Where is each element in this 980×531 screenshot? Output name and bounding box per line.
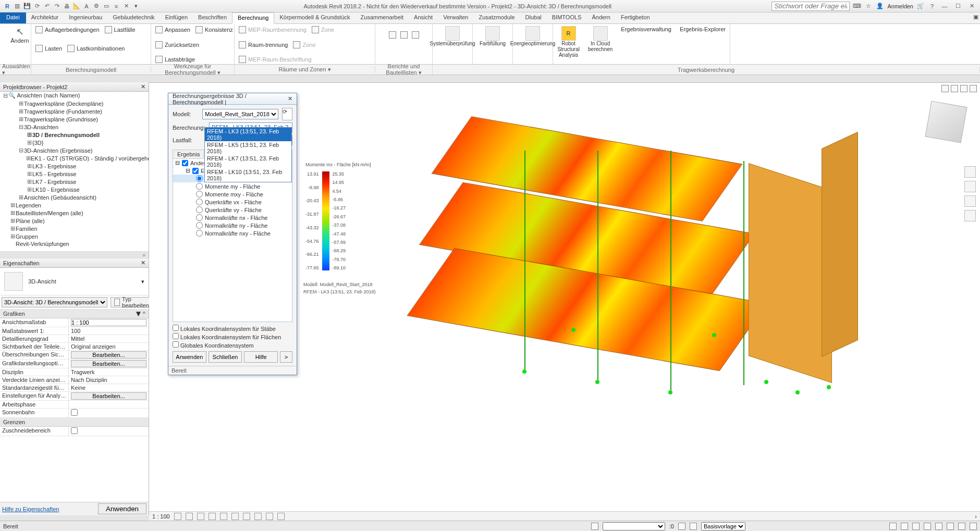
dialog-close-button[interactable]: ✕ xyxy=(288,95,292,102)
dialog-close-btn[interactable]: Schließen xyxy=(209,351,242,363)
sb-icon[interactable] xyxy=(889,523,897,530)
result-option[interactable]: Momente mxy - Fläche xyxy=(173,190,292,198)
color-fill[interactable]: Farbfüllung xyxy=(477,26,508,46)
report-icon[interactable] xyxy=(389,31,396,39)
result-option[interactable]: Momente my - Fläche xyxy=(173,182,292,190)
dropdown-option[interactable]: RFEM - LK10 (13:51, 23. Feb 2018) xyxy=(205,168,291,182)
qat-close-hidden[interactable]: ✕ xyxy=(122,2,130,10)
sb-icon[interactable] xyxy=(935,523,942,530)
reset[interactable]: Zurücksetzen xyxy=(155,41,199,48)
qat-switch[interactable]: ▭ xyxy=(102,2,111,10)
help-search[interactable] xyxy=(771,2,850,11)
tree-item[interactable]: ⊞Bauteillisten/Mengen (alle) xyxy=(0,209,149,217)
loads[interactable]: Lasten xyxy=(35,45,62,52)
sb-icon[interactable] xyxy=(947,523,954,530)
tree-item[interactable]: ⊞LK10 - Ergebnisse xyxy=(0,186,149,193)
property-row[interactable]: Verdeckte Linien anzeigenNach Disziplin xyxy=(0,376,149,384)
tree-item[interactable]: ⊞Pläne (alle) xyxy=(0,217,149,225)
result-tab[interactable]: Ergebnis xyxy=(173,150,204,159)
list-icon[interactable] xyxy=(412,31,419,39)
vp-icon[interactable] xyxy=(951,85,958,92)
qat-thin[interactable]: ≡ xyxy=(112,2,120,10)
qat-redo[interactable]: ↷ xyxy=(53,2,61,10)
tree-item[interactable]: ⊞Gruppen xyxy=(0,232,149,240)
load-cases[interactable]: Lastfälle xyxy=(105,26,136,33)
tree-item[interactable]: ⊞{3D} xyxy=(0,139,149,146)
tab-bimtools[interactable]: BIMTOOLS xyxy=(547,13,587,23)
property-row[interactable]: Einstellungen für Analysea...Bearbeiten.… xyxy=(0,392,149,401)
room-sep[interactable]: Raum-trennung xyxy=(239,41,288,48)
support-conditions[interactable]: Auflagerbedingungen xyxy=(35,26,100,33)
close-icon[interactable]: ✕ xyxy=(141,260,145,266)
cloud-calc[interactable]: In Cloud berechnen xyxy=(588,26,612,52)
tree-item[interactable]: ⊞Ansichten (Gebäudeansicht) xyxy=(0,193,149,201)
results-explorer[interactable]: Ergebnis-Explorer xyxy=(680,26,726,32)
vb-icon[interactable] xyxy=(266,513,273,520)
qat-text[interactable]: A xyxy=(82,2,91,10)
sb-icon[interactable] xyxy=(970,523,977,530)
tree-item[interactable]: ⊟3D-Ansichten (Ergebnisse) xyxy=(0,146,149,154)
coord-check[interactable]: Lokales Koordinatensystem für Stäbe xyxy=(173,324,292,332)
tree-item[interactable]: ⊞Tragwerkspläne (Grundrisse) xyxy=(0,115,149,123)
properties-help-link[interactable]: Hilfe zu Eigenschaften xyxy=(2,506,59,512)
scale-display[interactable]: 1 : 100 xyxy=(152,513,170,520)
vb-icon[interactable] xyxy=(220,513,227,520)
property-row[interactable]: Arbeitsphase xyxy=(0,401,149,409)
qat-dropdown[interactable]: ▾ xyxy=(132,2,140,10)
vp-icon[interactable] xyxy=(960,85,967,92)
sb-select[interactable] xyxy=(603,522,665,530)
tree-item[interactable]: Revit-Verknüpfungen xyxy=(0,240,149,248)
consistency[interactable]: Konsistenz xyxy=(195,26,233,33)
tree-item[interactable]: ⊞Familien xyxy=(0,225,149,232)
vb-icon[interactable] xyxy=(243,513,250,520)
qat-sync[interactable]: ⟳ xyxy=(33,2,41,10)
result-option[interactable]: Querkräfte vy - Fläche xyxy=(173,206,292,214)
system-check[interactable]: Systemüberprüfung xyxy=(437,26,468,46)
chevron-right-icon[interactable]: › xyxy=(975,513,977,520)
sb-icon[interactable] xyxy=(678,523,685,530)
qat-undo[interactable]: ↶ xyxy=(43,2,51,10)
nav-orbit[interactable] xyxy=(964,210,976,221)
energy-opt[interactable]: Energieoptimierung xyxy=(517,26,548,46)
tab-dlubal[interactable]: Dlubal xyxy=(520,13,547,23)
vb-icon[interactable] xyxy=(186,513,193,520)
coord-check[interactable]: Globales Koordinatensystem xyxy=(173,341,292,349)
load-combos[interactable]: Lastkombinationen xyxy=(67,45,125,52)
tab-zusammenarbeit[interactable]: Zusammenarbeit xyxy=(356,13,409,23)
property-row[interactable]: Sichtbarkeit der TeilelementeOriginal an… xyxy=(0,343,149,351)
qat-print[interactable]: 🖶 xyxy=(63,2,71,10)
tab-ingenieurbau[interactable]: Ingenieurbau xyxy=(64,13,107,23)
tree-item[interactable]: ⊞EK1 - GZT (STR/GEO) - Ständig / vorüber… xyxy=(0,154,149,162)
keyboard-icon[interactable]: ⌨ xyxy=(853,2,861,10)
dialog-more-button[interactable]: > xyxy=(280,351,292,363)
calculation-dropdown[interactable]: RFEM - LK3 (13:51, 23. Feb 2018)RFEM - L… xyxy=(204,127,292,182)
file-tab[interactable]: Datei xyxy=(0,13,26,23)
sb-icon[interactable] xyxy=(912,523,920,530)
minimize-button[interactable]: — xyxy=(939,3,950,9)
results-mgmt[interactable]: Ergebnisverwaltung xyxy=(621,26,671,32)
dropdown-icon[interactable]: ▾ xyxy=(141,278,144,285)
nav-zoom[interactable] xyxy=(964,195,976,207)
property-row[interactable]: Standardanzeigestil für Anal...Keine xyxy=(0,384,149,392)
sb-icon[interactable] xyxy=(901,523,908,530)
dialog-help-button[interactable]: Hilfe xyxy=(244,351,278,363)
property-row[interactable]: Ansichtsmaßstab xyxy=(0,318,149,327)
sb-baseview[interactable]: Basisvorlage xyxy=(701,522,745,530)
tab-berechnung[interactable]: Berechnung xyxy=(232,13,274,24)
tree-item[interactable]: ⊟3D-Ansichten xyxy=(0,123,149,131)
property-row[interactable]: Überschreibungen Sichtbar...Bearbeiten..… xyxy=(0,351,149,360)
tab-ändern[interactable]: Ändern xyxy=(586,13,615,23)
edit-type-button[interactable]: Typ bearbeiten xyxy=(111,297,154,307)
vp-icon[interactable] xyxy=(941,85,949,92)
qat-open[interactable]: ▥ xyxy=(13,2,21,10)
close-icon[interactable]: ✕ xyxy=(141,83,145,90)
qat-measure[interactable]: 📐 xyxy=(72,2,81,10)
maximize-button[interactable]: ☐ xyxy=(953,3,963,9)
tab-architektur[interactable]: Architektur xyxy=(26,13,64,23)
qat-save[interactable]: 💾 xyxy=(23,2,31,10)
star-icon[interactable]: ☆ xyxy=(864,2,873,10)
coord-check[interactable]: Lokales Koordinatensystem für Flächen xyxy=(173,332,292,341)
tree-item[interactable]: ⊞LK5 - Ergebnisse xyxy=(0,170,149,178)
tab-einfügen[interactable]: Einfügen xyxy=(160,13,193,23)
ribbon-collapse-icon[interactable]: ▣ xyxy=(972,13,980,21)
